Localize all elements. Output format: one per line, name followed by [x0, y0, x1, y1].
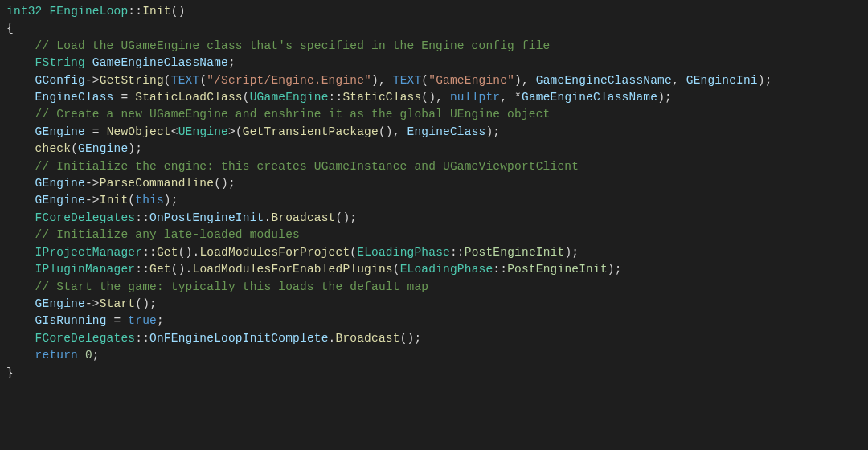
code-token: (); — [135, 297, 157, 310]
code-token: ); — [485, 125, 500, 138]
code-token: Get — [157, 246, 178, 259]
code-token: OnPostEngineInit — [149, 211, 264, 224]
code-token: FString — [35, 56, 85, 69]
indent — [6, 142, 35, 155]
code-line[interactable]: FCoreDelegates::OnPostEngineInit.Broadca… — [6, 210, 862, 227]
code-token: int32 — [6, 5, 43, 18]
code-token: "/Script/Engine.Engine" — [207, 74, 371, 87]
code-line[interactable]: FString GameEngineClassName; — [6, 55, 862, 72]
code-line[interactable]: EngineClass = StaticLoadClass(UGameEngin… — [6, 89, 862, 106]
code-token: :: — [493, 263, 507, 276]
indent — [6, 91, 35, 104]
code-line[interactable]: IPluginManager::Get().LoadModulesForEnab… — [6, 261, 862, 278]
code-line[interactable]: IProjectManager::Get().LoadModulesForPro… — [6, 244, 862, 261]
code-line[interactable]: // Start the game: typically this loads … — [6, 279, 862, 296]
indent — [6, 39, 35, 52]
code-line[interactable]: // Load the UGameEngine class that's spe… — [6, 38, 862, 55]
code-token: PostEngineInit — [465, 246, 565, 259]
code-token: :: — [135, 211, 149, 224]
code-line[interactable]: { — [6, 20, 862, 37]
code-token: StaticClass — [342, 91, 421, 104]
indent — [6, 108, 35, 121]
code-token: GEngine — [78, 142, 128, 155]
code-token: 0 — [85, 349, 92, 362]
code-token: GEngine — [35, 194, 85, 207]
code-token: // Create a new UGameEngine and enshrine… — [35, 108, 551, 121]
code-token: ELoadingPhase — [400, 263, 493, 276]
code-token: true — [128, 314, 157, 327]
code-token: GConfig — [35, 74, 85, 87]
code-line[interactable]: GIsRunning = true; — [6, 313, 862, 329]
indent — [6, 211, 35, 224]
code-token: = — [114, 91, 136, 104]
code-token: FEngineLoop — [49, 5, 128, 18]
code-token: GameEngineClassName — [536, 74, 672, 87]
code-line[interactable]: // Create a new UGameEngine and enshrine… — [6, 106, 862, 123]
code-line[interactable]: FCoreDelegates::OnFEngineLoopInitComplet… — [6, 330, 862, 347]
code-token: TEXT — [393, 74, 422, 87]
code-token: ( — [350, 246, 357, 259]
code-token: ), — [371, 74, 393, 87]
code-token: ); — [608, 263, 622, 276]
code-token: GetTransientPackage — [243, 125, 379, 138]
code-token: UGameEngine — [250, 91, 329, 104]
code-line[interactable]: // Initialize any late-loaded modules — [6, 227, 862, 243]
code-token: ; — [228, 56, 235, 69]
code-token: ( — [393, 263, 400, 276]
code-token: FCoreDelegates — [35, 332, 136, 345]
code-line[interactable]: // Initialize the engine: this creates U… — [6, 158, 862, 175]
code-line[interactable]: GEngine->ParseCommandline(); — [6, 175, 862, 192]
code-token: ; — [157, 314, 164, 327]
code-token: :: — [142, 246, 157, 259]
code-token: (), — [421, 91, 450, 104]
code-token: ), — [514, 74, 536, 87]
code-token: // Initialize the engine: this creates U… — [35, 160, 579, 173]
code-token: GetString — [100, 74, 164, 87]
indent — [6, 228, 35, 241]
code-token: IProjectManager — [35, 246, 143, 259]
code-token: GEngine — [35, 125, 85, 138]
code-token: LoadModulesForProject — [199, 246, 350, 259]
code-token: Broadcast — [336, 332, 400, 345]
code-token: // Start the game: typically this loads … — [35, 280, 429, 293]
indent — [6, 280, 35, 293]
indent — [6, 349, 35, 362]
code-line[interactable]: GEngine = NewObject<UEngine>(GetTransien… — [6, 124, 862, 141]
code-token: :: — [135, 263, 149, 276]
code-line[interactable]: GEngine->Init(this); — [6, 192, 862, 209]
code-token: -> — [85, 194, 100, 207]
code-token: this — [135, 194, 164, 207]
code-token: -> — [85, 177, 100, 190]
code-line[interactable]: GEngine->Start(); — [6, 296, 862, 313]
code-token: LoadModulesForEnabledPlugins — [192, 263, 392, 276]
code-token: ( — [243, 91, 250, 104]
indent — [6, 177, 35, 190]
code-token: (); — [400, 332, 422, 345]
code-line[interactable]: GConfig->GetString(TEXT("/Script/Engine.… — [6, 72, 862, 89]
code-token: UEngine — [178, 125, 228, 138]
code-token: :: — [128, 5, 142, 18]
code-token: (). — [178, 246, 200, 259]
code-token: GIsRunning — [35, 314, 107, 327]
code-token: OnFEngineLoopInitComplete — [149, 332, 329, 345]
code-line[interactable]: } — [6, 365, 862, 382]
code-token — [78, 349, 85, 362]
code-token: ); — [564, 246, 579, 259]
code-token: . — [329, 332, 336, 345]
indent — [6, 74, 35, 87]
code-line[interactable]: check(GEngine); — [6, 141, 862, 158]
code-token: return — [35, 349, 78, 362]
code-token: Init — [100, 194, 129, 207]
code-editor[interactable]: int32 FEngineLoop::Init(){ // Load the U… — [0, 0, 868, 388]
code-token: EngineClass — [407, 125, 486, 138]
code-token: FCoreDelegates — [35, 211, 136, 224]
code-token: (); — [336, 211, 358, 224]
code-line[interactable]: int32 FEngineLoop::Init() — [6, 3, 862, 20]
code-line[interactable]: return 0; — [6, 347, 862, 364]
code-token: PostEngineInit — [507, 263, 608, 276]
code-token: ); — [128, 142, 142, 155]
code-token: EngineClass — [35, 91, 114, 104]
code-token: { — [6, 22, 14, 35]
code-token: :: — [329, 91, 343, 104]
code-token: ; — [92, 349, 100, 362]
